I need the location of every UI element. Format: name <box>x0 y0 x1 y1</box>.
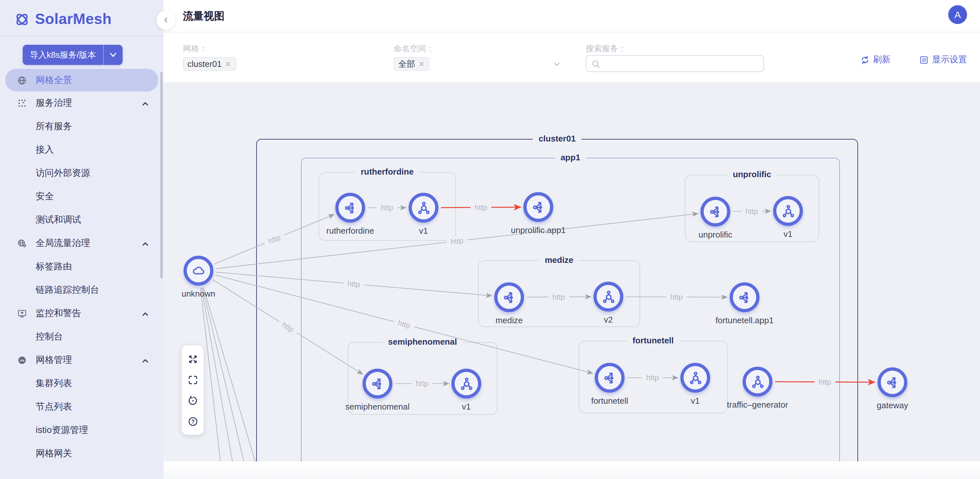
help-button[interactable]: ? <box>184 413 201 430</box>
service-icon <box>343 200 358 215</box>
chevron-up-icon[interactable] <box>142 310 149 318</box>
sidebar-item-label: 服务治理 <box>36 97 72 109</box>
sidebar-item-label: 链路追踪控制台 <box>36 284 99 296</box>
sidebar-item-monitoring-alerts[interactable]: 监控和警告 <box>0 302 164 325</box>
expand-icon <box>187 353 198 364</box>
search-icon <box>591 59 601 69</box>
remove-mesh-tag-icon[interactable]: ✕ <box>225 59 232 69</box>
solarmesh-logo-icon <box>14 11 30 27</box>
sidebar-item-istio-resources[interactable]: istio资源管理 <box>0 418 164 442</box>
help-icon: ? <box>187 416 198 427</box>
node-fortunetell-app1[interactable] <box>730 283 759 312</box>
sidebar-item-node-list[interactable]: 节点列表 <box>0 395 164 418</box>
group-title-g-fortunetell: fortunetell <box>627 335 679 345</box>
sidebar-item-mesh-management[interactable]: SM网格管理 <box>0 348 164 372</box>
node-gateway[interactable] <box>878 367 907 397</box>
search-filter-label: 搜索服务： <box>585 43 626 54</box>
mesh-filter-value: cluster01 <box>188 59 222 69</box>
service-icon <box>708 204 723 219</box>
workload-icon <box>416 200 431 215</box>
sidebar-collapse-button[interactable] <box>156 10 176 30</box>
edge-unknown-ray <box>200 288 225 461</box>
reset-view-button[interactable] <box>184 392 201 409</box>
sidebar-item-label: 网格网关 <box>36 448 72 460</box>
node-traffic-generator[interactable] <box>743 367 772 397</box>
sidebar-item-label-routing[interactable]: 标签路由 <box>0 255 164 278</box>
sidebar-item-service-governance[interactable]: 服务治理 <box>0 91 164 115</box>
sidebar-item-label: 节点列表 <box>36 401 72 413</box>
sidebar-item-test-debug[interactable]: 测试和调试 <box>0 208 164 232</box>
sidebar-menu: 网格全景服务治理所有服务接入访问外部资源安全测试和调试全局流量治理标签路由链路追… <box>0 69 164 465</box>
node-unprolific-v1[interactable] <box>773 196 803 226</box>
node-semiphenomenal[interactable] <box>363 369 392 399</box>
sidebar-item-mesh-gateway[interactable]: 网格网关 <box>0 442 164 465</box>
node-semiphenomenal-v1[interactable] <box>452 369 481 399</box>
sidebar-item-label: 控制台 <box>36 331 63 343</box>
search-service-input[interactable] <box>601 56 764 71</box>
refresh-button[interactable]: 刷新 <box>860 54 891 65</box>
chevron-up-icon[interactable] <box>142 99 149 107</box>
sidebar-item-security[interactable]: 安全 <box>0 185 164 208</box>
group-title-g-semiphenomenal: semiphenomenal <box>382 337 463 346</box>
reset-icon <box>187 395 198 406</box>
user-avatar[interactable]: A <box>948 5 967 24</box>
mesh-filter-label: 网格： <box>183 43 207 54</box>
edge-unknown-ray <box>203 288 254 461</box>
filter-bar: 网格： cluster01✕ 命名空间： 全部✕ 搜索服务： 刷新 <box>164 32 980 83</box>
traffic-graph-canvas[interactable]: cluster01app1rutherfordineunprolificmedi… <box>164 83 980 461</box>
node-fortunetell[interactable] <box>595 363 625 393</box>
namespace-filter-tag[interactable]: 全部✕ <box>394 57 430 71</box>
display-settings-button[interactable]: 显示设置 <box>919 54 967 65</box>
chevron-up-icon[interactable] <box>142 240 149 247</box>
import-k8s-dropdown-button[interactable] <box>103 45 123 65</box>
import-k8s-button[interactable]: 导入k8s服务/版本 <box>23 45 103 65</box>
sidebar-item-mesh-overview[interactable]: 网格全景 <box>5 69 158 91</box>
sidebar-item-all-services[interactable]: 所有服务 <box>0 115 164 138</box>
sidebar-item-label: 全局流量治理 <box>36 238 90 249</box>
service-icon <box>531 200 546 214</box>
workload-icon <box>750 374 765 389</box>
workload-icon <box>459 376 474 391</box>
service-icon <box>502 290 517 305</box>
sidebar-item-tracing-console[interactable]: 链路追踪控制台 <box>0 278 164 302</box>
sidebar-item-label: 安全 <box>36 191 54 203</box>
node-fortunetell-v1[interactable] <box>680 363 710 393</box>
node-unprolific-app1[interactable] <box>523 192 553 222</box>
display-settings-label: 显示设置 <box>932 54 967 65</box>
group-title-g-medize: medize <box>539 255 579 265</box>
refresh-label: 刷新 <box>873 54 891 65</box>
node-rutherfordine-v1[interactable] <box>409 193 438 223</box>
mesh-filter-tag[interactable]: cluster01✕ <box>183 57 236 71</box>
refresh-icon <box>860 55 870 65</box>
sidebar-item-console[interactable]: 控制台 <box>0 325 164 348</box>
node-medize[interactable] <box>494 283 524 312</box>
globe-gear-icon <box>17 238 27 249</box>
expand-view-button[interactable] <box>184 350 201 367</box>
sidebar-item-label: 集群列表 <box>36 378 72 390</box>
node-medize-v2[interactable] <box>593 282 623 311</box>
namespace-filter-value: 全部 <box>398 58 415 70</box>
sidebar-item-label: 访问外部资源 <box>36 168 90 179</box>
node-unknown[interactable] <box>183 256 213 286</box>
svg-text:SM: SM <box>20 359 24 362</box>
sidebar-scrollbar[interactable] <box>160 72 163 278</box>
dots-icon <box>17 98 27 109</box>
remove-namespace-tag-icon[interactable]: ✕ <box>418 59 425 69</box>
service-icon <box>737 290 752 305</box>
sidebar-item-cluster-list[interactable]: 集群列表 <box>0 372 164 395</box>
edge-unknown-ray <box>201 288 240 461</box>
node-unprolific[interactable] <box>700 196 730 227</box>
namespace-select-chevron-icon[interactable] <box>553 60 561 68</box>
sidebar-item-external-resources[interactable]: 访问外部资源 <box>0 161 164 185</box>
display-settings-icon <box>919 55 929 65</box>
chevron-up-icon[interactable] <box>142 356 149 364</box>
node-rutherfordine[interactable] <box>335 193 365 223</box>
workload-icon <box>688 370 703 385</box>
sidebar-item-global-traffic[interactable]: 全局流量治理 <box>0 232 164 255</box>
cloud-icon <box>191 263 206 278</box>
sidebar-item-label: 标签路由 <box>36 261 72 273</box>
sidebar-item-access[interactable]: 接入 <box>0 138 164 161</box>
fit-view-button[interactable] <box>184 371 201 388</box>
solarmesh-app: SolarMesh 导入k8s服务/版本 网格全景服务治理所有服务接入访问外部资… <box>0 0 980 479</box>
node-label-unknown: unknown <box>164 289 254 299</box>
